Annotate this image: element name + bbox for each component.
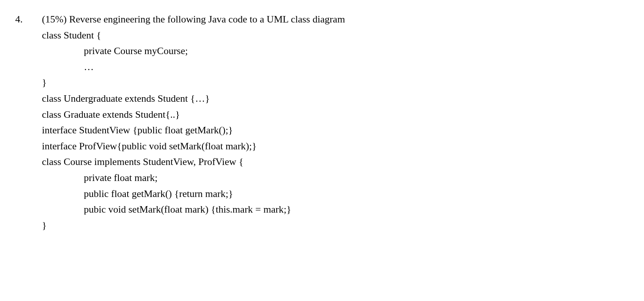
code-line: } [42, 218, 629, 234]
code-block: class Student { private Course myCourse;… [42, 27, 629, 234]
question-prompt: (15%) Reverse engineering the following … [42, 11, 629, 27]
code-line: interface StudentView {public float getM… [42, 122, 629, 138]
question-number: 4. [15, 11, 42, 27]
code-line: interface ProfView{public void setMark(f… [42, 138, 629, 154]
code-line: private float mark; [42, 170, 629, 186]
code-line: class Course implements StudentView, Pro… [42, 154, 629, 170]
code-line: class Undergraduate extends Student {…} [42, 91, 629, 107]
code-line: class Graduate extends Student{..} [42, 107, 629, 123]
code-line: private Course myCourse; [42, 43, 629, 59]
code-line: public float getMark() {return mark;} [42, 186, 629, 202]
question-body: (15%) Reverse engineering the following … [42, 11, 629, 233]
code-line: class Student { [42, 27, 629, 43]
code-line: … [42, 59, 629, 75]
code-line: pubic void setMark(float mark) {this.mar… [42, 202, 629, 218]
question-container: 4. (15%) Reverse engineering the followi… [15, 11, 629, 233]
code-line: } [42, 75, 629, 91]
